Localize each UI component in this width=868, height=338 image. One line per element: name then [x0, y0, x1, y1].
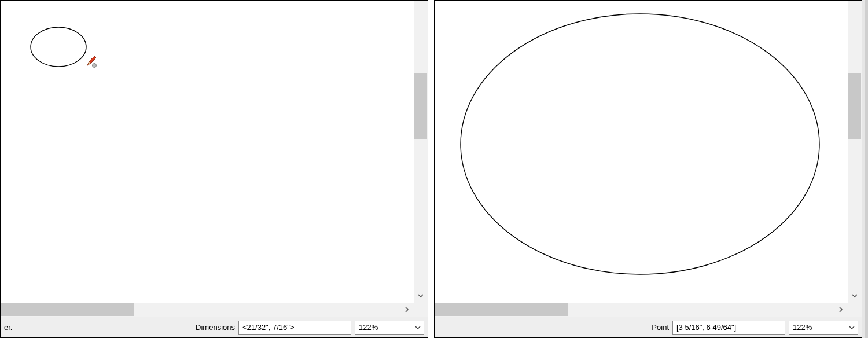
dimensions-input[interactable]: [238, 321, 351, 335]
svg-point-0: [31, 27, 86, 67]
scroll-down-icon[interactable]: [848, 289, 862, 303]
scroll-down-icon[interactable]: [414, 289, 428, 303]
canvas[interactable]: [1, 1, 414, 303]
scrollbar-corner: [848, 303, 862, 317]
scroll-right-icon[interactable]: [834, 303, 848, 317]
zoom-combo[interactable]: 122%: [355, 321, 424, 335]
vertical-scrollbar-thumb[interactable]: [848, 73, 861, 139]
vertical-scrollbar[interactable]: [414, 1, 428, 303]
status-bar: Point 122%: [435, 317, 862, 337]
drawing-window-left: er. Dimensions 122%: [0, 0, 428, 338]
scrollbar-corner: [414, 303, 428, 317]
status-text-fragment: er.: [4, 323, 12, 332]
scroll-right-icon[interactable]: [400, 303, 414, 317]
zoom-value: 122%: [355, 323, 412, 332]
svg-point-1: [93, 64, 97, 68]
point-input[interactable]: [672, 321, 785, 335]
chevron-down-icon[interactable]: [412, 325, 424, 330]
zoom-value: 122%: [789, 323, 846, 332]
canvas[interactable]: [435, 1, 848, 303]
svg-point-2: [461, 14, 819, 274]
horizontal-scrollbar[interactable]: [435, 303, 862, 317]
vertical-scrollbar-thumb[interactable]: [414, 73, 427, 139]
point-label: Point: [652, 323, 669, 332]
chevron-down-icon[interactable]: [846, 325, 858, 330]
window-edge: [862, 0, 865, 338]
window-edge: [865, 0, 868, 338]
horizontal-scrollbar-thumb[interactable]: [435, 303, 568, 316]
vertical-scrollbar[interactable]: [848, 1, 862, 303]
horizontal-scrollbar-thumb[interactable]: [1, 303, 134, 316]
dimensions-label: Dimensions: [196, 323, 235, 332]
drawing-window-right: Point 122%: [434, 0, 862, 338]
pencil-cursor-icon: [87, 56, 97, 68]
horizontal-scrollbar[interactable]: [1, 303, 428, 317]
zoom-combo[interactable]: 122%: [789, 321, 858, 335]
status-bar: er. Dimensions 122%: [1, 317, 428, 337]
